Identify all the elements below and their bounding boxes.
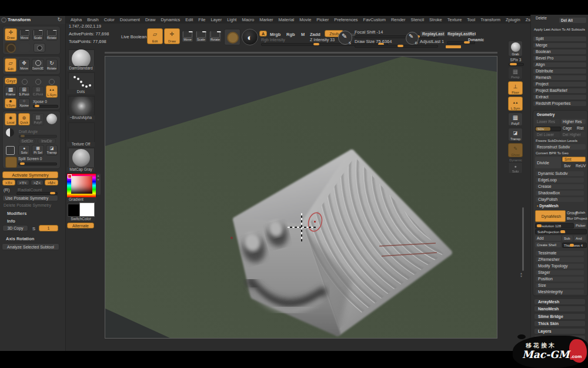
brush-circle-icon[interactable] [5, 42, 15, 52]
xpose-slider[interactable] [33, 105, 58, 108]
picker-button[interactable]: Picker [574, 223, 586, 228]
lsym-strip-button[interactable]: ▴ ▴L.Sym [508, 97, 523, 111]
panel-collapse-handle[interactable]: ▲▼ [96, 174, 101, 195]
menu-item[interactable]: Color [104, 17, 115, 22]
draw-button[interactable]: ✛ Draw [164, 28, 180, 44]
move-pointer-button[interactable]: MMove [19, 29, 30, 41]
tool-section[interactable]: Thick Skin [534, 321, 585, 326]
cube-icon[interactable] [6, 146, 15, 155]
grab-doc-button[interactable]: Grab [508, 41, 523, 57]
magnifier-icon[interactable] [49, 79, 55, 85]
menu-item[interactable]: Picker [316, 17, 329, 22]
tool-action[interactable]: Extract [533, 95, 586, 100]
color-picker[interactable] [66, 173, 96, 198]
draw-pointer-button[interactable]: ✛Draw [5, 28, 17, 41]
geometry-item[interactable]: Crease [536, 184, 584, 189]
tool-section[interactable]: Layers [534, 329, 585, 334]
geometry-item[interactable]: ShadowBox [536, 191, 584, 195]
secondary-color-swatch[interactable] [79, 203, 95, 217]
alternate-button[interactable]: Alternate [67, 223, 94, 228]
geometry-item[interactable]: ClayPolish [536, 197, 584, 202]
ghost-button[interactable] [5, 157, 17, 168]
menu-item[interactable]: Stencil [411, 17, 425, 22]
menu-item[interactable]: Tool [467, 17, 475, 22]
higher-res-button[interactable]: Higher Res [561, 119, 586, 124]
info-label[interactable]: Info [7, 218, 15, 224]
edit-p-icon[interactable] [19, 43, 30, 52]
polyf-button[interactable]: ▦PolyF [32, 113, 44, 125]
blur-knob[interactable]: Blur 0 [567, 217, 576, 220]
saturation-square[interactable] [71, 176, 92, 194]
use-posable-symmetry-button[interactable]: Use Posable Symmetry [2, 195, 58, 201]
geometry-item[interactable]: Tessimate [536, 251, 584, 256]
tool-section[interactable]: Slime Bridge [534, 314, 585, 319]
c-pivot-button[interactable]: ⊞C.Pivot [32, 86, 44, 97]
tool-action[interactable]: Boolean [533, 49, 586, 54]
rotate-canvas-button[interactable]: ↻Rotate [46, 59, 58, 71]
rotate-button[interactable]: R Rotate [209, 31, 222, 42]
menu-item[interactable]: Dynamics [161, 17, 180, 22]
spix-slider[interactable] [509, 63, 524, 66]
sub-button[interactable]: Sub [562, 236, 573, 241]
menu-item[interactable]: File [198, 17, 205, 22]
menu-item[interactable]: Edit [185, 17, 193, 22]
menu-item[interactable]: Draw [145, 17, 156, 22]
thickness-slider[interactable]: Thickness 4 [562, 243, 587, 248]
current-alpha-button[interactable] [224, 29, 240, 45]
dynamesh-button[interactable]: DynaMesh [535, 210, 566, 222]
rist-button[interactable]: Rist [577, 126, 583, 130]
rotate-pointer-button[interactable]: RRotate [46, 29, 58, 41]
menu-item[interactable]: Alpha [71, 17, 82, 22]
copy3d-button[interactable]: 3D Copy [2, 225, 28, 231]
freeze-subdiv-button[interactable]: Freeze SubDivision Levels [536, 139, 577, 142]
subprojection-slider[interactable]: SubProjection 0.6 [535, 229, 587, 234]
document-canvas[interactable] [105, 56, 497, 339]
tool-action[interactable]: Merge [533, 43, 586, 48]
scrollbar-arrows[interactable]: ▲▼ [520, 272, 523, 278]
solo-button[interactable]: ●Solo [18, 145, 30, 155]
transp-strip-button[interactable]: ◪Transp [508, 128, 523, 141]
split-screen-slider[interactable] [18, 163, 57, 165]
lower-res-button[interactable]: Lower Res [535, 119, 560, 124]
geometry-item[interactable]: MeshIntegrity [536, 290, 584, 294]
tool-action[interactable]: Remesh [533, 75, 586, 80]
replay-picker-button[interactable]: ✎ D [406, 32, 419, 45]
menu-item[interactable]: Marker [259, 17, 273, 22]
local-button[interactable]: ◉Local [5, 113, 16, 125]
replay-last-rel-button[interactable]: ReplayLastRel [447, 31, 476, 37]
xpose-button[interactable]: ⁘Xpose [18, 98, 30, 108]
rgb-intensity-handle[interactable] [313, 43, 319, 45]
canvas-right-scrollbar[interactable] [522, 207, 524, 271]
geometry-item[interactable]: ZRemesher [536, 257, 584, 262]
sym-y-button[interactable]: >Y< [16, 180, 29, 185]
tool-action[interactable]: Distribute [533, 69, 586, 74]
ghost-strip-button[interactable]: ✎Ghost [508, 143, 523, 157]
l-sym-button[interactable]: ▴ ▴L.Sym [46, 85, 58, 98]
menu-item[interactable]: Movie [299, 17, 311, 22]
menu-item[interactable]: Render [391, 17, 406, 22]
cage-button[interactable]: Cage [563, 126, 572, 130]
geometry-item[interactable]: Stager [536, 270, 584, 275]
scale-pointer-button[interactable]: SScale [32, 29, 44, 41]
s-pivot-button[interactable]: ⊞S.Pivot [18, 86, 30, 97]
floor-button[interactable]: ⊥Floor [508, 81, 523, 95]
geometry-item[interactable]: Modify Topology [536, 264, 584, 268]
camera-icon[interactable] [34, 43, 45, 52]
sym-x-button[interactable]: >X< [2, 180, 15, 185]
canvas-top-scrollbar[interactable] [105, 52, 497, 54]
adjust-last-slider[interactable] [447, 41, 475, 44]
invdir-button[interactable]: InvDir [38, 138, 56, 144]
magnifier-icon[interactable] [22, 79, 28, 85]
setdir-button[interactable]: SetDir [19, 138, 35, 144]
divide-button[interactable]: Divide [535, 157, 561, 168]
geometry-item[interactable]: Dynamic Subdiv [536, 171, 584, 176]
analyze-subtool-button[interactable]: Analyze Selected Subtool [2, 243, 59, 250]
frame-button[interactable]: ▦Frame [5, 86, 16, 97]
solo-strip-button[interactable]: ●Solo [508, 162, 523, 174]
alpha-thumbnail[interactable] [68, 96, 95, 116]
menu-item[interactable]: Transform [480, 17, 500, 22]
transp-button[interactable]: ◪Transp [46, 145, 58, 155]
menu-item[interactable]: Texture [447, 17, 462, 22]
edit-object-button[interactable]: ▱Edit [5, 58, 16, 72]
del-higher-button[interactable]: Del Higher [561, 132, 586, 137]
